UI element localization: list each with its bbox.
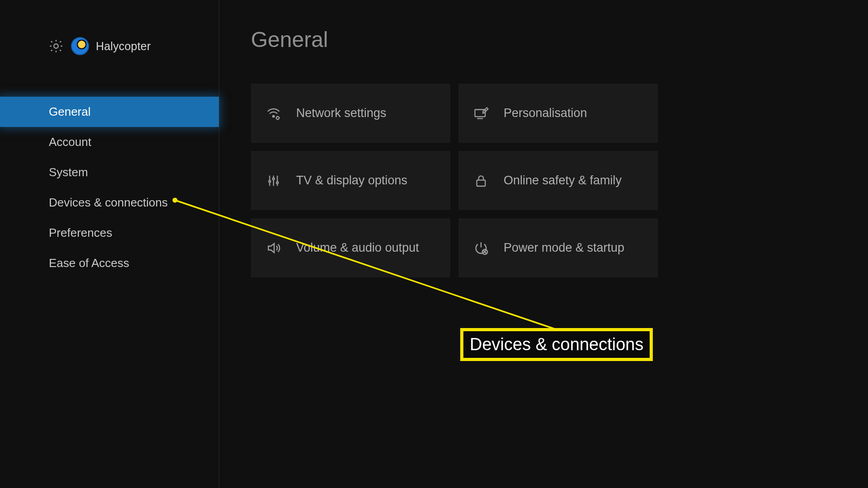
page-title: General: [251, 27, 868, 52]
tile-label: TV & display options: [296, 174, 407, 188]
tile-label: Power mode & startup: [504, 241, 624, 255]
sidebar-item-label: Preferences: [49, 226, 112, 240]
sidebar: Halycopter General Account System Device…: [0, 0, 219, 488]
main-content: General Network settings: [219, 0, 868, 488]
avatar[interactable]: [71, 37, 89, 55]
sidebar-item-ease-of-access[interactable]: Ease of Access: [0, 248, 219, 278]
power-icon: [473, 240, 489, 256]
personalisation-icon: [473, 105, 489, 122]
lock-icon: [473, 173, 489, 189]
svg-point-4: [269, 180, 270, 182]
tile-label: Volume & audio output: [296, 241, 419, 255]
sidebar-item-system[interactable]: System: [0, 157, 219, 188]
username: Halycopter: [96, 40, 151, 53]
network-icon: [265, 105, 282, 122]
tile-label: Online safety & family: [504, 174, 622, 188]
settings-gear-icon: [48, 38, 64, 54]
sidebar-item-label: System: [49, 165, 88, 179]
svg-point-2: [276, 116, 279, 119]
sidebar-item-general[interactable]: General: [0, 97, 219, 127]
svg-point-5: [273, 178, 274, 179]
volume-icon: [265, 240, 282, 256]
tile-label: Network settings: [296, 106, 387, 120]
sidebar-nav: General Account System Devices & connect…: [0, 97, 219, 278]
tile-online-safety[interactable]: Online safety & family: [458, 151, 658, 210]
sidebar-item-label: Account: [49, 135, 91, 149]
tile-label: Personalisation: [504, 106, 587, 120]
tv-display-icon: [265, 173, 282, 189]
sidebar-item-label: Ease of Access: [49, 256, 129, 270]
svg-point-1: [273, 115, 274, 117]
sidebar-item-devices-connections[interactable]: Devices & connections: [0, 188, 219, 218]
sidebar-item-preferences[interactable]: Preferences: [0, 218, 219, 248]
sidebar-item-label: General: [49, 105, 91, 119]
annotation-callout: Devices & connections: [460, 328, 653, 361]
svg-point-6: [276, 182, 278, 183]
sidebar-item-label: Devices & connections: [49, 196, 168, 210]
profile-row: Halycopter: [0, 0, 219, 55]
tile-tv-display[interactable]: TV & display options: [251, 151, 450, 210]
tile-network-settings[interactable]: Network settings: [251, 84, 450, 143]
tile-power-mode[interactable]: Power mode & startup: [458, 218, 658, 277]
sidebar-item-account[interactable]: Account: [0, 127, 219, 157]
tile-grid: Network settings Personalisation: [251, 84, 868, 277]
tile-volume-audio[interactable]: Volume & audio output: [251, 218, 450, 277]
annotation-callout-text: Devices & connections: [470, 335, 643, 354]
svg-point-0: [54, 44, 58, 48]
svg-rect-7: [477, 180, 486, 186]
tile-personalisation[interactable]: Personalisation: [458, 84, 658, 143]
